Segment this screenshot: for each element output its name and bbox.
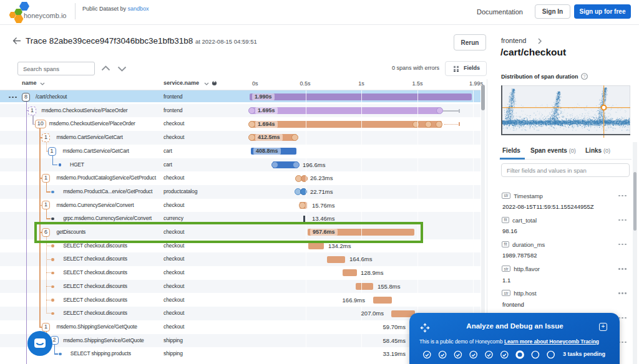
svg-text:?: ?	[583, 74, 586, 79]
